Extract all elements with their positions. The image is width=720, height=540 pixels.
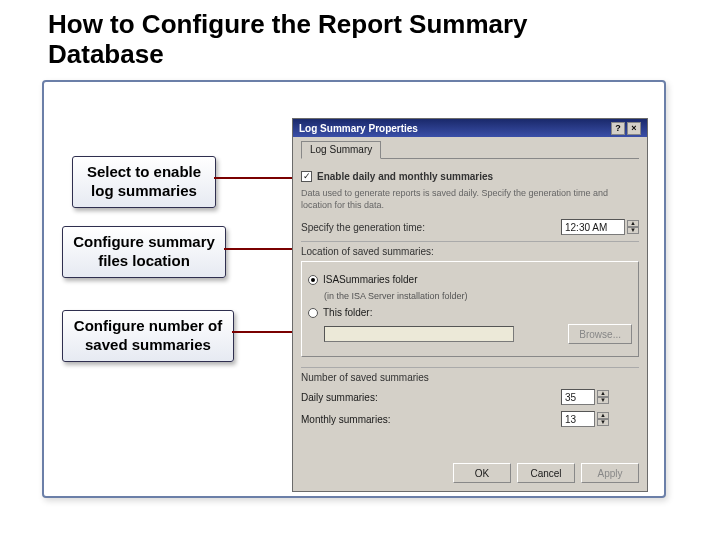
close-icon[interactable]: × bbox=[627, 122, 641, 135]
page-title: How to Configure the Report Summary Data… bbox=[48, 10, 608, 70]
time-label: Specify the generation time: bbox=[301, 222, 425, 233]
monthly-spinner[interactable]: ▲ ▼ bbox=[597, 412, 609, 426]
daily-label: Daily summaries: bbox=[301, 392, 378, 403]
help-icon[interactable]: ? bbox=[611, 122, 625, 135]
location-group: ISASummaries folder (in the ISA Server i… bbox=[301, 261, 639, 357]
apply-button[interactable]: Apply bbox=[581, 463, 639, 483]
enable-summaries-label: Enable daily and monthly summaries bbox=[317, 171, 493, 182]
ok-button[interactable]: OK bbox=[453, 463, 511, 483]
monthly-label: Monthly summaries: bbox=[301, 414, 390, 425]
tab-bar: Log Summary bbox=[301, 141, 639, 161]
tab-log-summary[interactable]: Log Summary bbox=[301, 141, 381, 159]
location-label: Location of saved summaries: bbox=[301, 246, 639, 257]
folder-path-input[interactable] bbox=[324, 326, 514, 342]
dialog-titlebar: Log Summary Properties ? × bbox=[293, 119, 647, 137]
count-label: Number of saved summaries bbox=[301, 372, 639, 383]
callout-count: Configure number of saved summaries bbox=[62, 310, 234, 362]
daily-input[interactable]: 35 bbox=[561, 389, 595, 405]
time-input[interactable]: 12:30 AM bbox=[561, 219, 625, 235]
chevron-up-icon[interactable]: ▲ bbox=[597, 412, 609, 419]
log-summary-dialog: Log Summary Properties ? × Log Summary E… bbox=[292, 118, 648, 492]
callout-enable: Select to enable log summaries bbox=[72, 156, 216, 208]
chevron-down-icon[interactable]: ▼ bbox=[597, 419, 609, 426]
browse-button[interactable]: Browse... bbox=[568, 324, 632, 344]
time-spinner[interactable]: ▲ ▼ bbox=[627, 220, 639, 234]
chevron-up-icon[interactable]: ▲ bbox=[627, 220, 639, 227]
chevron-up-icon[interactable]: ▲ bbox=[597, 390, 609, 397]
dialog-footer: OK Cancel Apply bbox=[453, 463, 639, 483]
daily-spinner[interactable]: ▲ ▼ bbox=[597, 390, 609, 404]
radio-isa-folder-label: ISASummaries folder bbox=[323, 274, 417, 285]
dialog-title-text: Log Summary Properties bbox=[299, 123, 418, 134]
radio-this-folder[interactable] bbox=[308, 308, 318, 318]
enable-summaries-checkbox[interactable] bbox=[301, 171, 312, 182]
chevron-down-icon[interactable]: ▼ bbox=[597, 397, 609, 404]
data-description-text: Data used to generate reports is saved d… bbox=[301, 188, 639, 211]
chevron-down-icon[interactable]: ▼ bbox=[627, 227, 639, 234]
radio-isa-folder[interactable] bbox=[308, 275, 318, 285]
monthly-input[interactable]: 13 bbox=[561, 411, 595, 427]
radio-this-folder-label: This folder: bbox=[323, 307, 372, 318]
callout-location: Configure summary files location bbox=[62, 226, 226, 278]
radio-isa-folder-sub: (in the ISA Server installation folder) bbox=[324, 291, 632, 301]
cancel-button[interactable]: Cancel bbox=[517, 463, 575, 483]
